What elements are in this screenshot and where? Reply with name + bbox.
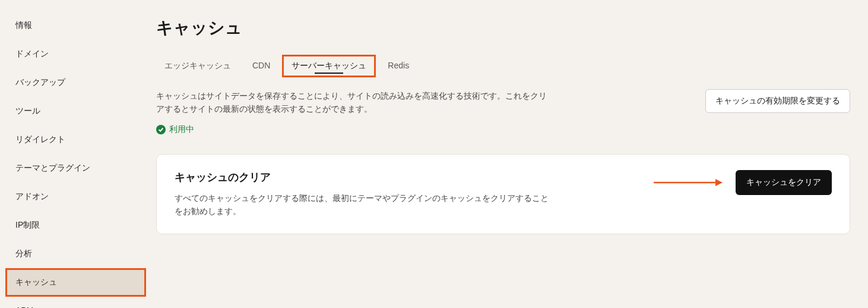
card-left: キャッシュのクリア すべてのキャッシュをクリアする際には、最初にテーマやプラグイ… xyxy=(175,170,555,218)
tab-server-cache[interactable]: サーバーキャッシュ xyxy=(283,56,375,76)
sidebar-item-tools[interactable]: ツール xyxy=(6,98,145,125)
sidebar-item-addon[interactable]: アドオン xyxy=(6,183,145,210)
tab-redis[interactable]: Redis xyxy=(379,56,417,76)
status-badge: 利用中 xyxy=(156,124,850,135)
sidebar-item-themes-plugins[interactable]: テーマとプラグイン xyxy=(6,155,145,182)
status-text: 利用中 xyxy=(169,124,194,135)
clear-cache-button[interactable]: キャッシュをクリア xyxy=(736,170,832,195)
sidebar-item-redirect[interactable]: リダイレクト xyxy=(6,126,145,153)
header-row: キャッシュはサイトデータを保存することにより、サイトの読み込みを高速化する技術で… xyxy=(156,89,850,116)
card-right: キャッシュをクリア xyxy=(652,170,832,195)
check-circle-icon xyxy=(156,125,166,134)
clear-cache-card: キャッシュのクリア すべてのキャッシュをクリアする際には、最初にテーマやプラグイ… xyxy=(156,154,850,234)
sidebar-item-domain[interactable]: ドメイン xyxy=(6,40,145,68)
card-title: キャッシュのクリア xyxy=(175,170,555,184)
sidebar-item-info[interactable]: 情報 xyxy=(6,12,145,39)
sidebar-item-cache[interactable]: キャッシュ xyxy=(6,269,145,296)
tab-edge-cache[interactable]: エッジキャッシュ xyxy=(156,56,239,76)
main-content: キャッシュ エッジキャッシュ CDN サーバーキャッシュ Redis キャッシュ… xyxy=(145,0,868,308)
sidebar-item-ip-restriction[interactable]: IP制限 xyxy=(6,212,145,239)
change-expiry-button[interactable]: キャッシュの有効期限を変更する xyxy=(705,89,850,113)
svg-marker-1 xyxy=(715,179,723,186)
sidebar-item-apm[interactable]: APM xyxy=(6,297,145,308)
description-text: キャッシュはサイトデータを保存することにより、サイトの読み込みを高速化する技術で… xyxy=(156,89,548,116)
card-description: すべてのキャッシュをクリアする際には、最初にテーマやプラグインのキャッシュをクリ… xyxy=(175,191,555,218)
sidebar-item-backup[interactable]: バックアップ xyxy=(6,69,145,96)
arrow-right-icon xyxy=(652,177,724,188)
tab-cdn[interactable]: CDN xyxy=(244,56,278,76)
sidebar: 情報 ドメイン バックアップ ツール リダイレクト テーマとプラグイン アドオン… xyxy=(0,0,145,308)
tabs: エッジキャッシュ CDN サーバーキャッシュ Redis xyxy=(156,56,850,76)
sidebar-item-analytics[interactable]: 分析 xyxy=(6,240,145,268)
page-title: キャッシュ xyxy=(156,17,850,39)
